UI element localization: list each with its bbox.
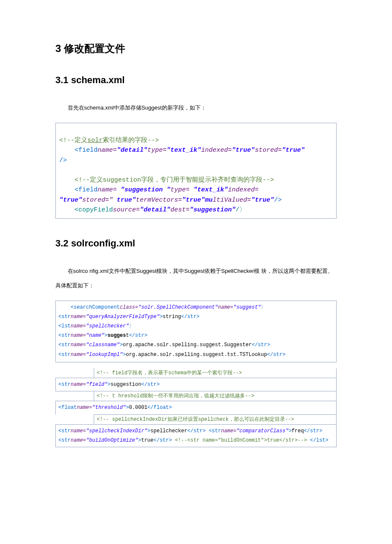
code-block-seg-tail: <strname="spellcheckIndexDir">spellcheck…	[55, 424, 337, 447]
code-attr: name=	[77, 405, 92, 411]
code-tag: <float	[58, 405, 77, 411]
code-text: string	[163, 314, 181, 320]
code-attr: termVectors=	[136, 197, 182, 204]
code-tag: <str	[58, 342, 71, 348]
code-text: org.apache.solr.spelling.suggest.tst.TST…	[126, 352, 267, 358]
code-tag: >	[147, 428, 150, 434]
code-tag: 〉	[261, 304, 266, 310]
code-val: "true"	[232, 147, 255, 154]
code-attr: name=	[71, 382, 86, 388]
code-tag: </str>	[129, 333, 147, 339]
code-comment-hang-3: <!-- spellcheckIndexDir如果已经设置spellcheck，…	[94, 414, 337, 424]
code-tag: </str>	[187, 428, 205, 434]
code-tag: />	[274, 197, 282, 204]
code-text: spellchecker	[150, 428, 187, 434]
code-val: "detail"	[140, 206, 170, 214]
code-text: freq	[291, 428, 304, 434]
code-tag: <searchComponent	[71, 304, 120, 310]
code-attr: name=	[71, 352, 86, 358]
code-attr: name=	[71, 314, 86, 320]
code-tag: </str>	[304, 428, 322, 434]
code-val: "suggestion "	[121, 186, 170, 194]
code-val: "comparatorClass"	[236, 428, 288, 434]
code-comment-hang-1: <!-- field字段名，表示基于schema中的某一个索引字段-->	[94, 368, 337, 378]
heading-3-1: 3.1 schema.xml	[55, 75, 337, 86]
code-val: "lookupImpl"	[86, 352, 123, 358]
code-attr: name=	[71, 333, 86, 339]
code-val: "queryAnalyzerFieldType"	[86, 314, 160, 320]
code-attr: type=	[170, 186, 193, 194]
code-attr: type=	[147, 147, 167, 154]
code-tag: </str>	[252, 342, 270, 348]
code-comment: <!--定义	[59, 137, 87, 144]
code-attr: name=	[71, 342, 86, 348]
code-attr: name=	[98, 186, 121, 194]
code-tag: </str>	[141, 382, 159, 388]
code-val: "detail"	[117, 147, 147, 154]
code-tag: </str>	[153, 437, 172, 443]
code-tag: <str	[58, 382, 71, 388]
code-tag: </float>	[147, 405, 172, 411]
code-attr: ltiValued=	[213, 197, 251, 204]
code-tag: </str>	[181, 314, 199, 320]
code-attr: stored="	[82, 197, 117, 204]
code-val: "true"	[182, 197, 205, 204]
code-val: "true"	[282, 147, 305, 154]
code-attr: name=	[71, 323, 86, 329]
code-attr: name=	[98, 147, 117, 154]
code-tag: <str	[58, 314, 71, 320]
code-val: "name"	[86, 333, 104, 339]
code-tag: <str	[58, 428, 71, 434]
code-val: "spellchecker"	[86, 323, 129, 329]
code-attr: dest=	[170, 206, 190, 214]
code-comment: 索引结果的字段-->	[103, 137, 159, 144]
paragraph-3-1: 首先在schema.xml中添加存储Suggest的新字段，如下：	[55, 101, 337, 115]
code-tag: >	[160, 314, 163, 320]
code-val: "suggest"	[233, 304, 261, 310]
paragraph-3-2: 在solrco nfig.xml文件中配置Suggest模块，其中Suggest…	[55, 264, 337, 293]
code-val: "text_ik"	[167, 147, 201, 154]
code-val: "solr.SpellCheckComponent"	[138, 304, 218, 310]
code-comment: <!--定义suggestion字段，专门用于智能提示补齐时查询的字段-->	[75, 177, 274, 184]
heading-3-2: 3.2 solrconfig.xml	[55, 238, 337, 249]
code-text: org.apache.solr.spelling.suggest.Suggest…	[123, 342, 251, 348]
code-tag: <lst	[58, 323, 71, 329]
code-tag: />	[59, 157, 67, 164]
code-attr: name=	[221, 428, 236, 434]
code-block-solrconfig-top: <searchComponentclass="solr.SpellCheckCo…	[55, 301, 337, 362]
heading-3: 3 修改配置文件	[55, 42, 337, 55]
code-tag: <str	[58, 352, 71, 358]
code-val: "field"	[86, 382, 107, 388]
code-text: sugges	[107, 333, 126, 339]
code-attr: name=	[71, 437, 86, 443]
code-attr: name=	[218, 304, 233, 310]
code-text: 0.0001	[129, 405, 147, 411]
code-attr: source=	[113, 206, 140, 214]
code-attr: class=	[120, 304, 138, 310]
code-val: "text_ik"	[193, 186, 228, 194]
code-val: true"	[117, 197, 136, 204]
code-comment: <!--<str name="buildOnCommit">true</str>…	[175, 437, 307, 443]
code-text: t	[126, 333, 129, 339]
code-attr: indexed=	[228, 186, 259, 194]
code-tag: <str	[58, 333, 71, 339]
code-val: "threshold"	[92, 405, 126, 411]
code-val: "classname"	[86, 342, 120, 348]
code-comment-link: solr	[87, 137, 103, 144]
code-attr-bold: mu	[205, 197, 213, 204]
code-tag: <copyField	[75, 206, 113, 214]
code-val: "true"	[59, 197, 82, 204]
code-tag: <field	[75, 147, 98, 154]
code-attr: name=	[71, 428, 86, 434]
code-attr: indexed=	[201, 147, 232, 154]
code-val: "suggestion"	[190, 206, 236, 214]
code-tag: <str	[209, 428, 221, 434]
code-block-seg-field: <strname="field">suggestion</str>	[55, 378, 337, 391]
code-text: true	[141, 437, 153, 443]
code-comment-hang-2: <!-- t hreshold限制一些不常用的词出现，值越大过滤纸越多-->	[94, 391, 337, 401]
code-tag: /〉	[236, 206, 246, 214]
code-tag: </lst>	[310, 437, 329, 443]
code-tag: <str	[58, 437, 71, 443]
code-val: "buildOnOptimize"	[86, 437, 138, 443]
code-attr: stored=	[255, 147, 282, 154]
